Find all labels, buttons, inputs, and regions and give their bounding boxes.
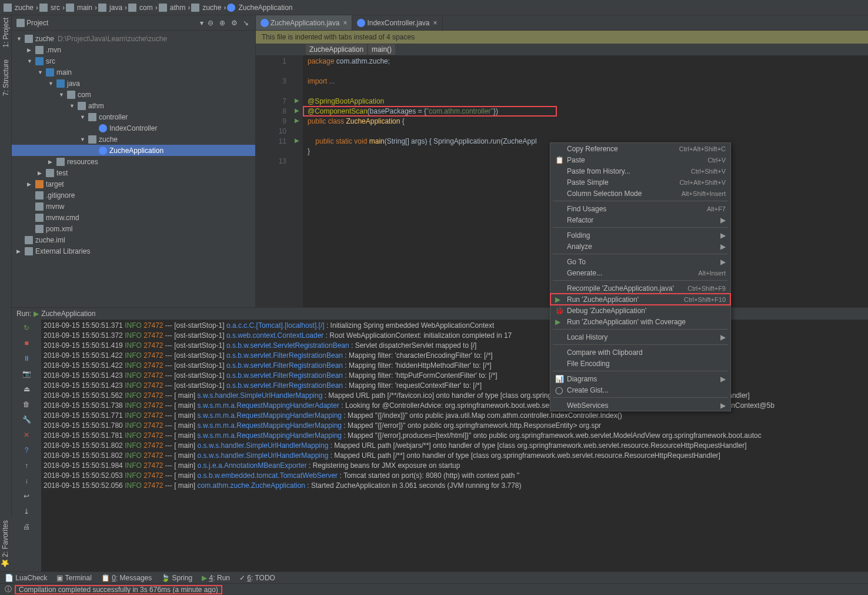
tree-item--gitignore[interactable]: .gitignore <box>12 190 255 201</box>
locate-icon[interactable]: ⊕ <box>218 18 227 28</box>
tree-item-external-libraries[interactable]: ▶External Libraries <box>12 245 255 257</box>
menu-generate-[interactable]: Generate...Alt+Insert <box>550 267 730 278</box>
menu-paste-simple[interactable]: Paste SimpleCtrl+Alt+Shift+V <box>550 177 730 188</box>
chevron-down-icon[interactable]: ▾ <box>200 19 203 27</box>
dump-icon[interactable]: 📷 <box>21 368 32 380</box>
crumb[interactable]: ZucheApplication <box>306 44 367 55</box>
log-line: 2018-09-15 15:50:51.738 INFO 27472 --- [… <box>44 401 866 411</box>
exit-icon[interactable]: ⏏ <box>21 383 32 395</box>
menu-compare-with-clipboard[interactable]: Compare with Clipboard <box>550 347 730 358</box>
log-line: 2018-09-15 15:50:51.802 INFO 27472 --- [… <box>44 451 866 461</box>
code-breadcrumbs[interactable]: ZucheApplicationmain() <box>256 44 868 55</box>
menu-analyze[interactable]: Analyze▶ <box>550 241 730 252</box>
status-tab[interactable]: 📋 0: Messages <box>101 574 152 582</box>
folder-icon <box>128 4 136 12</box>
scroll-icon[interactable]: ⤓ <box>21 506 32 517</box>
folder-icon <box>39 4 48 12</box>
down-icon[interactable]: ↓ <box>21 475 32 487</box>
tree-item-zuche-iml[interactable]: zuche.iml <box>12 234 255 245</box>
tree-item-zucheapplication[interactable]: ZucheApplication <box>12 145 255 156</box>
breadcrumb-seg[interactable]: src <box>49 4 61 12</box>
menu-webservices[interactable]: WebServices▶ <box>550 400 730 411</box>
tree-item-src[interactable]: ▼src <box>12 55 255 67</box>
pause-icon[interactable]: ⏸ <box>21 353 32 364</box>
menu-paste-from-history-[interactable]: Paste from History...Ctrl+Shift+V <box>550 165 730 177</box>
editor-tab[interactable]: IndexController.java× <box>352 15 442 30</box>
favorites-tool-tab[interactable]: ⭐ 2: Favorites <box>0 517 12 571</box>
menu-paste[interactable]: 📋PasteCtrl+V <box>550 154 730 165</box>
tree-item-controller[interactable]: ▼controller <box>12 111 255 122</box>
structure-tool-tab[interactable]: 7: Structure <box>2 59 10 96</box>
up-icon[interactable]: ↑ <box>21 460 32 471</box>
tree-item-pom-xml[interactable]: pom.xml <box>12 223 255 234</box>
tree-item-main[interactable]: ▼main <box>12 67 255 78</box>
breadcrumb-seg[interactable]: zuche <box>14 4 35 12</box>
menu-create-gist-[interactable]: ◯Create Gist... <box>550 384 730 395</box>
breadcrumb-seg[interactable]: zuche <box>201 4 222 12</box>
close-icon[interactable]: × <box>433 19 437 27</box>
tree-item-mvnw-cmd[interactable]: mvnw.cmd <box>12 212 255 223</box>
status-tab[interactable]: 🍃 Spring <box>161 574 192 582</box>
status-tab[interactable]: 📄 LuaCheck <box>5 574 47 582</box>
close-icon[interactable]: × <box>343 19 347 27</box>
menu-local-history[interactable]: Local History▶ <box>550 331 730 343</box>
tree-item-resources[interactable]: ▶resources <box>12 156 255 167</box>
crumb[interactable]: main() <box>368 44 395 55</box>
menu-diagrams[interactable]: 📊Diagrams▶ <box>550 373 730 384</box>
rerun-icon[interactable]: ↻ <box>21 322 32 334</box>
log-line: 2018-09-15 15:50:51.984 INFO 27472 --- [… <box>44 461 866 471</box>
class-icon <box>227 4 235 12</box>
log-line: 2018-09-15 15:50:51.781 INFO 27472 --- [… <box>44 431 866 441</box>
tree-item-indexcontroller[interactable]: IndexController <box>12 122 255 134</box>
log-line: 2018-09-15 15:50:51.562 INFO 27472 --- [… <box>44 391 866 401</box>
highlight-annotation <box>303 106 557 117</box>
menu-go-to[interactable]: Go To▶ <box>550 256 730 267</box>
help-icon[interactable]: ? <box>21 444 32 456</box>
tree-item-mvnw[interactable]: mvnw <box>12 201 255 212</box>
panel-title: Project <box>26 19 200 27</box>
menu-recompile-zucheapplication-java-[interactable]: Recompile 'ZucheApplication.java'Ctrl+Sh… <box>550 282 730 294</box>
status-tab[interactable]: ▶ 4: Run <box>202 574 230 582</box>
log-line: 2018-09-15 15:50:52.056 INFO 27472 --- [… <box>44 481 866 491</box>
menu-file-encoding[interactable]: File Encoding <box>550 358 730 369</box>
menu-run-zucheapplication-[interactable]: ▶Run 'ZucheApplication'Ctrl+Shift+F10 <box>550 294 730 305</box>
hide-icon[interactable]: ↘ <box>241 18 251 28</box>
project-tool-tab[interactable]: 1: Project <box>2 18 10 48</box>
status-tab[interactable]: ✓ 6: TODO <box>239 574 275 582</box>
coverage-icon: ▶ <box>555 318 563 326</box>
tree-item--mvn[interactable]: ▶.mvn <box>12 44 255 55</box>
tree-item-athm[interactable]: ▼athm <box>12 100 255 111</box>
print-icon[interactable]: 🖨 <box>21 521 32 533</box>
tree-item-target[interactable]: ▶target <box>12 178 255 190</box>
menu-find-usages[interactable]: Find UsagesAlt+F7 <box>550 203 730 214</box>
bottom-tool-tabs: 📄 LuaCheck▣ Terminal📋 0: Messages🍃 Sprin… <box>0 571 868 583</box>
close-icon[interactable]: ✕ <box>21 429 32 441</box>
menu-folding[interactable]: Folding▶ <box>550 230 730 241</box>
tree-item-java[interactable]: ▼java <box>12 78 255 89</box>
menu-debug-zucheapplication-[interactable]: 🐞Debug 'ZucheApplication' <box>550 305 730 316</box>
menu-run-zucheapplication-with-coverage[interactable]: ▶Run 'ZucheApplication' with Coverage <box>550 316 730 327</box>
tree-item-com[interactable]: ▼com <box>12 89 255 100</box>
trash-icon[interactable]: 🗑 <box>21 398 32 410</box>
run-config-name: ZucheApplication <box>41 310 95 318</box>
console-output[interactable]: 2018-09-15 15:50:51.371 INFO 27472 --- [… <box>41 320 868 571</box>
stop-icon[interactable]: ■ <box>21 337 32 349</box>
tree-item-zuche[interactable]: ▼zuche <box>12 134 255 145</box>
log-line: 2018-09-15 15:50:51.780 INFO 27472 --- [… <box>44 421 866 431</box>
wrap-icon[interactable]: ↩ <box>21 490 32 502</box>
menu-copy-reference[interactable]: Copy ReferenceCtrl+Alt+Shift+C <box>550 143 730 154</box>
wrench-icon[interactable]: 🔧 <box>21 414 32 426</box>
breadcrumb-seg[interactable]: athm <box>169 4 187 12</box>
breadcrumb-seg[interactable]: main <box>76 4 94 12</box>
breadcrumb-seg[interactable]: java <box>108 4 123 12</box>
menu-refactor[interactable]: Refactor▶ <box>550 214 730 225</box>
tree-item-zuche[interactable]: ▼zucheD:\Project\Java\Learn\zuche\zuche <box>12 33 255 44</box>
collapse-icon[interactable]: ⊖ <box>206 18 215 28</box>
gear-icon[interactable]: ⚙ <box>229 18 239 28</box>
tree-item-test[interactable]: ▶test <box>12 167 255 178</box>
breadcrumb-seg[interactable]: ZucheApplication <box>237 4 293 12</box>
editor-tab[interactable]: ZucheApplication.java× <box>256 15 352 30</box>
status-tab[interactable]: ▣ Terminal <box>56 574 91 582</box>
menu-column-selection-mode[interactable]: Column Selection ModeAlt+Shift+Insert <box>550 188 730 199</box>
breadcrumb-seg[interactable]: com <box>138 4 154 12</box>
